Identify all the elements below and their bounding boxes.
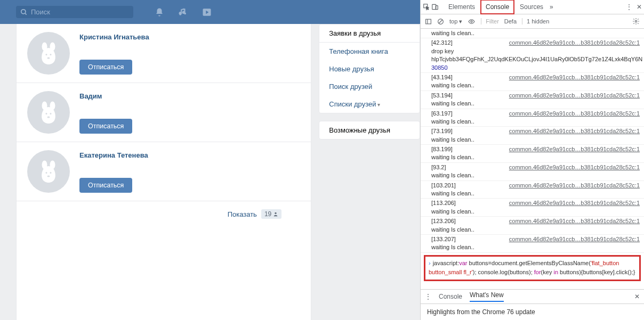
friends-feed: Кристина ИгнатьеваОтписатьсяВадимОтписат… xyxy=(16,24,311,320)
console-log-line: [43.194]common.46d82e9a91ccb…b381cb91cda… xyxy=(421,73,644,91)
svg-point-17 xyxy=(47,176,50,177)
tab-elements[interactable]: Elements xyxy=(444,1,479,13)
levels-selector[interactable]: Defa xyxy=(504,18,517,24)
console-log-line: [73.199]common.46d82e9a91ccb…b381cb91cda… xyxy=(421,127,644,145)
log-source-link[interactable]: common.46d82e9a91ccb…b381cb91cda28c52c:1 xyxy=(509,235,640,243)
search-icon xyxy=(20,9,28,16)
console-toolbar: top ▾ Filter Defa 1 hidden xyxy=(421,14,644,29)
bell-icon[interactable] xyxy=(155,7,164,17)
sidebar-item-requests[interactable]: Заявки в друзья xyxy=(319,24,420,43)
drawer-close-icon[interactable]: ✕ xyxy=(634,293,640,300)
eye-icon[interactable] xyxy=(468,18,476,25)
log-source-link[interactable]: common.46d82e9a91ccb…b381cb91cda28c52c:1 xyxy=(509,73,640,81)
devtools-drawer: ⋮ Console What's New ✕ Highlights from t… xyxy=(421,289,644,320)
svg-point-7 xyxy=(47,58,50,59)
hidden-label: 1 hidden xyxy=(522,18,549,24)
devtools: Elements Console Sources » ⋮ ✕ top ▾ Fil… xyxy=(420,0,644,320)
clear-icon[interactable] xyxy=(437,18,444,25)
log-source-link[interactable]: common.46d82e9a91ccb…b381cb91cda28c52c:1 xyxy=(509,182,640,190)
svg-line-1 xyxy=(25,13,27,14)
svg-point-27 xyxy=(635,20,637,22)
svg-point-12 xyxy=(47,117,50,118)
console-log-line: [42.312]common.46d82e9a91ccb…b381cb91cda… xyxy=(421,38,644,73)
possible-friends-box: Возможные друзья xyxy=(319,121,420,140)
console-log-line: [63.197]common.46d82e9a91ccb…b381cb91cda… xyxy=(421,109,644,127)
context-selector[interactable]: top ▾ xyxy=(449,18,462,25)
console-log-area[interactable]: waiting ls clean.. [42.312]common.46d82e… xyxy=(421,29,644,289)
svg-point-16 xyxy=(50,172,52,174)
show-more-label[interactable]: Показать xyxy=(228,210,257,218)
top-icons xyxy=(155,7,212,18)
svg-point-18 xyxy=(275,212,277,214)
svg-point-5 xyxy=(46,54,47,55)
devtools-menu-icon[interactable]: ⋮ xyxy=(626,3,632,11)
log-source-link[interactable]: common.46d82e9a91ccb…b381cb91cda28c52c:1 xyxy=(509,163,640,171)
person-row: Кристина ИгнатьеваОтписаться xyxy=(17,24,311,83)
device-icon[interactable] xyxy=(431,3,439,11)
console-log-line: [103.201]common.46d82e9a91ccb…b381cb91cd… xyxy=(421,181,644,199)
play-icon[interactable] xyxy=(202,7,212,18)
tab-sources[interactable]: Sources xyxy=(516,1,548,13)
sidebar-item-phonebook[interactable]: Телефонная книга xyxy=(319,43,420,60)
drawer-menu-icon[interactable]: ⋮ xyxy=(425,293,431,300)
unsubscribe-button[interactable]: Отписаться xyxy=(79,60,132,75)
person-name[interactable]: Кристина Игнатьева xyxy=(79,33,300,41)
avatar[interactable] xyxy=(27,32,70,75)
sidebar-item-new[interactable]: Новые друзья xyxy=(319,60,420,78)
show-more-row: Показать 19 xyxy=(17,201,311,227)
sidebar-toggle-icon[interactable] xyxy=(425,18,432,25)
person-name[interactable]: Екатерина Тетенева xyxy=(79,151,300,159)
drawer-tab-whatsnew[interactable]: What's New xyxy=(470,291,504,302)
unsubscribe-button[interactable]: Отписаться xyxy=(79,178,132,193)
log-source-link[interactable]: common.46d82e9a91ccb…b381cb91cda28c52c:1 xyxy=(509,199,640,207)
tabs-more-icon[interactable]: » xyxy=(550,3,553,11)
log-source-link[interactable]: common.46d82e9a91ccb…b381cb91cda28c52c:1 xyxy=(509,92,640,100)
settings-icon[interactable] xyxy=(632,18,640,25)
console-log-line: [83.199]common.46d82e9a91ccb…b381cb91cda… xyxy=(421,145,644,163)
svg-point-11 xyxy=(50,113,52,114)
filter-input[interactable]: Filter xyxy=(481,18,498,24)
friends-menu: Заявки в друзья Телефонная книга Новые д… xyxy=(319,24,420,113)
avatar[interactable] xyxy=(27,150,70,193)
svg-point-6 xyxy=(50,54,52,55)
person-row: ВадимОтписаться xyxy=(17,83,311,142)
inspect-icon[interactable] xyxy=(423,3,430,11)
possible-friends-header: Возможные друзья xyxy=(319,121,420,139)
avatar[interactable] xyxy=(27,91,70,134)
svg-rect-22 xyxy=(426,19,431,24)
search-wrap[interactable] xyxy=(16,6,133,18)
svg-point-0 xyxy=(21,9,26,13)
log-source-link[interactable]: common.46d82e9a91ccb…b381cb91cda28c52c:1 xyxy=(509,39,640,47)
log-source-link[interactable]: common.46d82e9a91ccb…b381cb91cda28c52c:1 xyxy=(509,145,640,153)
person-row: Екатерина ТетеневаОтписаться xyxy=(17,142,311,201)
log-source-link[interactable]: common.46d82e9a91ccb…b381cb91cda28c52c:1 xyxy=(509,110,640,118)
svg-point-15 xyxy=(46,172,47,174)
console-log-line: [133.207]common.46d82e9a91ccb…b381cb91cd… xyxy=(421,235,644,253)
devtools-close-icon[interactable]: ✕ xyxy=(637,3,642,11)
sidebar-item-search[interactable]: Поиск друзей xyxy=(319,78,420,95)
console-input[interactable]: ›javascript:var buttons=document.getElem… xyxy=(424,255,641,281)
console-log-line: [123.206]common.46d82e9a91ccb…b381cb91cd… xyxy=(421,217,644,235)
svg-point-10 xyxy=(46,113,47,114)
log-source-link[interactable]: common.46d82e9a91ccb…b381cb91cda28c52c:1 xyxy=(509,127,640,135)
vk-topbar xyxy=(0,0,420,24)
svg-point-26 xyxy=(471,20,472,22)
drawer-tab-console[interactable]: Console xyxy=(439,293,462,300)
person-icon xyxy=(273,211,278,217)
unsubscribe-button[interactable]: Отписаться xyxy=(79,119,132,134)
search-input[interactable] xyxy=(31,8,129,16)
console-log-line: [93.2]common.46d82e9a91ccb…b381cb91cda28… xyxy=(421,163,644,181)
log-source-link[interactable]: common.46d82e9a91ccb…b381cb91cda28c52c:1 xyxy=(509,217,640,225)
count-badge: 19 xyxy=(261,209,281,219)
tab-console[interactable]: Console xyxy=(480,0,514,14)
console-log-line: [53.194]common.46d82e9a91ccb…b381cb91cda… xyxy=(421,91,644,109)
drawer-content: Highlights from the Chrome 76 update xyxy=(421,304,644,320)
devtools-tabs: Elements Console Sources » ⋮ ✕ xyxy=(421,0,644,14)
person-name[interactable]: Вадим xyxy=(79,92,300,100)
sidebar-item-lists[interactable]: Списки друзей xyxy=(319,95,420,113)
prompt-icon: › xyxy=(429,260,431,266)
svg-line-25 xyxy=(439,20,442,23)
music-icon[interactable] xyxy=(178,7,188,17)
console-log-line: [113.206]common.46d82e9a91ccb…b381cb91cd… xyxy=(421,199,644,217)
